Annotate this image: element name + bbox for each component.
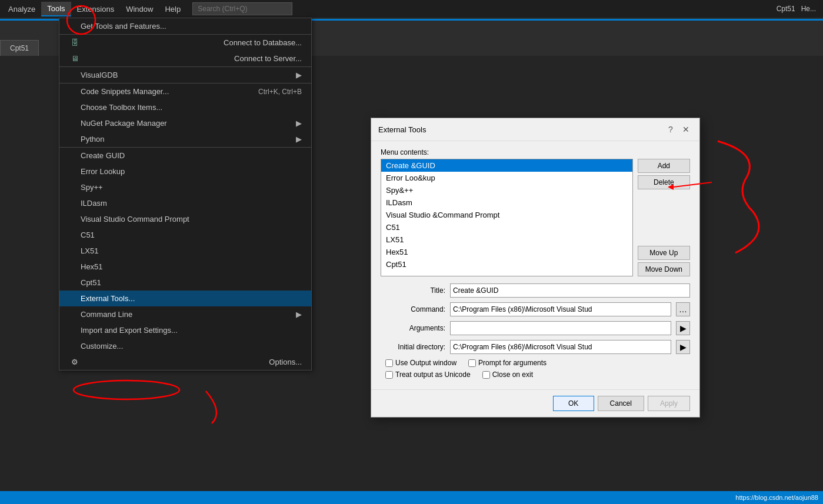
menu-hex51[interactable]: Hex51 (59, 259, 311, 275)
menu-choose-toolbox[interactable]: Choose Toolbox Items... (59, 99, 311, 115)
tab-cpt51[interactable]: Cpt51 (0, 40, 39, 56)
initial-dir-row: Initial directory: ▶ (381, 340, 690, 354)
move-down-button[interactable]: Move Down (638, 262, 690, 276)
menu-command-line[interactable]: Command Line ▶ (59, 306, 311, 322)
menu-external-tools[interactable]: External Tools... (59, 291, 311, 306)
command-label: Command: (381, 305, 445, 313)
menu-python[interactable]: Python ▶ (59, 131, 311, 147)
status-text: https://blog.csdn.net/aojun88 (735, 494, 818, 501)
list-item-cpt51[interactable]: Cpt51 (381, 258, 632, 271)
menu-connect-server[interactable]: 🖥 Connect to Server... (59, 51, 311, 66)
use-output-window-label: Use Output window (395, 359, 457, 367)
checkboxes-row-2: Treat output as Unicode Close on exit (381, 371, 690, 379)
tools-dropdown-menu: Get Tools and Features... 🗄 Connect to D… (59, 18, 312, 371)
dialog-body: Menu contents: Create &GUID Error Loo&ku… (371, 141, 699, 389)
prompt-for-arguments-input[interactable] (468, 359, 476, 367)
menubar-help[interactable]: Help (159, 2, 186, 16)
list-item-vs-cmd[interactable]: Visual Studio &Command Prompt (381, 209, 632, 221)
menubar: Analyze Tools Extensions Window Help Cpt… (0, 0, 823, 18)
list-item-lx51[interactable]: LX51 (381, 233, 632, 246)
menu-spy[interactable]: Spy++ (59, 179, 311, 195)
menubar-window[interactable]: Window (120, 2, 159, 16)
list-item-spy[interactable]: Spy&++ (381, 184, 632, 196)
help-button[interactable]: ? (664, 123, 677, 136)
submenu-arrow: ▶ (296, 71, 302, 79)
titlebar-controls: ? ✕ (664, 123, 692, 136)
use-output-window-checkbox[interactable]: Use Output window (385, 359, 457, 367)
arguments-row: Arguments: ▶ (381, 321, 690, 335)
title-input[interactable] (450, 283, 690, 298)
menu-customize[interactable]: Customize... (59, 338, 311, 354)
close-button[interactable]: ✕ (679, 123, 692, 136)
menu-create-guid[interactable]: Create GUID (59, 148, 311, 163)
menu-code-snippets[interactable]: Code Snippets Manager... Ctrl+K, Ctrl+B (59, 84, 311, 99)
submenu-arrow-cmdline: ▶ (296, 310, 302, 319)
menu-c51[interactable]: C51 (59, 227, 311, 243)
external-tools-dialog: External Tools ? ✕ Menu contents: Create… (371, 118, 700, 418)
list-item-ildasm[interactable]: ILDasm (381, 196, 632, 209)
menu-contents-row: Create &GUID Error Loo&kup Spy&++ ILDasm… (381, 159, 690, 276)
arguments-label: Arguments: (381, 324, 445, 332)
list-item-error-lookup[interactable]: Error Loo&kup (381, 172, 632, 184)
command-browse-button[interactable]: … (676, 302, 690, 316)
arguments-dropdown-button[interactable]: ▶ (676, 321, 690, 335)
checkboxes-row-1: Use Output window Prompt for arguments (381, 359, 690, 367)
command-row: Command: … (381, 302, 690, 316)
search-input[interactable] (192, 2, 292, 15)
menubar-tools[interactable]: Tools (41, 2, 71, 16)
prompt-for-arguments-checkbox[interactable]: Prompt for arguments (468, 359, 547, 367)
menu-connect-db[interactable]: 🗄 Connect to Database... (59, 35, 311, 51)
tab-label: Cpt51 He... (772, 5, 821, 13)
menubar-analyze[interactable]: Analyze (2, 2, 41, 16)
close-on-exit-input[interactable] (482, 371, 490, 379)
use-output-window-input[interactable] (385, 359, 393, 367)
side-buttons: Add Delete Move Up Move Down (638, 159, 690, 276)
menubar-extensions[interactable]: Extensions (71, 2, 121, 16)
menu-vs-cmd[interactable]: Visual Studio Command Prompt (59, 211, 311, 227)
treat-output-unicode-input[interactable] (385, 371, 393, 379)
initial-dir-label: Initial directory: (381, 343, 445, 351)
menu-contents-label: Menu contents: (381, 148, 690, 156)
dialog-title: External Tools (378, 125, 426, 134)
list-item-c51[interactable]: C51 (381, 221, 632, 233)
initial-dir-dropdown-button[interactable]: ▶ (676, 340, 690, 354)
menu-cpt51[interactable]: Cpt51 (59, 275, 311, 291)
initial-dir-input[interactable] (450, 340, 671, 354)
menu-error-lookup[interactable]: Error Lookup (59, 163, 311, 179)
submenu-arrow-nuget: ▶ (296, 119, 302, 128)
delete-button[interactable]: Delete (638, 175, 690, 189)
status-bar: https://blog.csdn.net/aojun88 (0, 491, 823, 504)
menu-get-tools[interactable]: Get Tools and Features... (59, 18, 311, 34)
shortcut-code-snippets: Ctrl+K, Ctrl+B (258, 88, 302, 96)
title-row: Title: (381, 283, 690, 298)
menu-import-export[interactable]: Import and Export Settings... (59, 322, 311, 338)
add-button[interactable]: Add (638, 159, 690, 173)
list-item-hex51[interactable]: Hex51 (381, 246, 632, 258)
menu-lx51[interactable]: LX51 (59, 243, 311, 259)
close-on-exit-label: Close on exit (492, 371, 533, 379)
menu-ildasm[interactable]: ILDasm (59, 195, 311, 211)
menu-nuget[interactable]: NuGet Package Manager ▶ (59, 115, 311, 131)
command-input[interactable] (450, 302, 671, 316)
title-label: Title: (381, 286, 445, 295)
submenu-arrow-python: ▶ (296, 135, 302, 143)
dialog-footer: OK Cancel Apply (371, 389, 699, 417)
menu-visualgdb[interactable]: VisualGDB ▶ (59, 67, 311, 83)
ok-button[interactable]: OK (553, 396, 594, 411)
cancel-button[interactable]: Cancel (598, 396, 644, 411)
treat-output-unicode-checkbox[interactable]: Treat output as Unicode (385, 371, 471, 379)
dialog-titlebar: External Tools ? ✕ (371, 118, 699, 141)
treat-output-unicode-label: Treat output as Unicode (395, 371, 471, 379)
menu-options[interactable]: ⚙ Options... (59, 354, 311, 370)
prompt-for-arguments-label: Prompt for arguments (478, 359, 547, 367)
apply-button[interactable]: Apply (648, 396, 690, 411)
arguments-input[interactable] (450, 321, 671, 335)
close-on-exit-checkbox[interactable]: Close on exit (482, 371, 533, 379)
list-item-create-guid[interactable]: Create &GUID (381, 159, 632, 172)
move-up-button[interactable]: Move Up (638, 246, 690, 260)
menu-list[interactable]: Create &GUID Error Loo&kup Spy&++ ILDasm… (381, 159, 633, 276)
